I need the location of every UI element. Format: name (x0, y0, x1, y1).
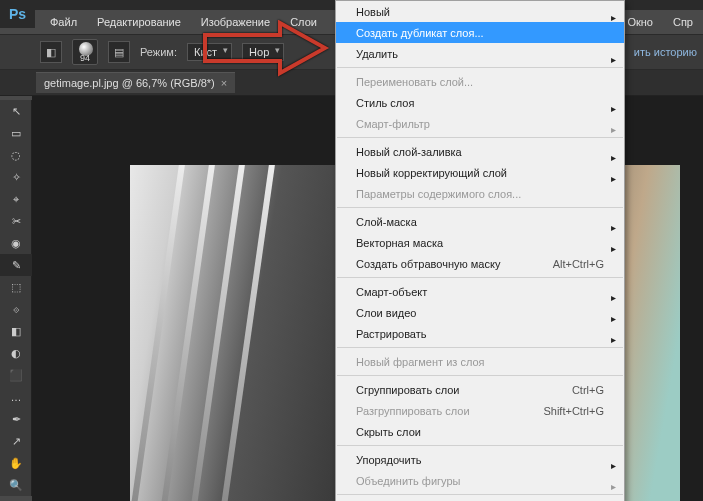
brush-tool[interactable]: ✎ (0, 254, 32, 276)
menu-item-label: Новый фрагмент из слоя (356, 356, 485, 368)
menu-item[interactable]: Скрыть слои (336, 421, 624, 442)
menu-separator (337, 375, 623, 376)
menu-item-label: Создать обтравочную маску (356, 258, 500, 270)
menu-item[interactable]: Удалить (336, 43, 624, 64)
mode-label: Режим: (140, 46, 177, 58)
menu-item[interactable]: Создать дубликат слоя... (336, 22, 624, 43)
menu-edit[interactable]: Редактирование (87, 16, 191, 28)
menu-separator (337, 347, 623, 348)
menu-item-label: Новый слой-заливка (356, 146, 462, 158)
pen-tool[interactable]: ✒ (0, 408, 32, 430)
brush-size-value: 94 (73, 53, 97, 63)
menu-item: Параметры содержимого слоя... (336, 183, 624, 204)
menu-item: Объединить фигуры (336, 470, 624, 491)
menu-item[interactable]: Векторная маска (336, 232, 624, 253)
eyedropper-tool[interactable]: ✂ (0, 210, 32, 232)
menu-item: Переименовать слой... (336, 71, 624, 92)
stamp-tool[interactable]: ⬚ (0, 276, 32, 298)
menu-item-label: Параметры содержимого слоя... (356, 188, 521, 200)
menu-item[interactable]: Новый слой-заливка (336, 141, 624, 162)
eraser-tool[interactable]: ◧ (0, 320, 32, 342)
heal-tool[interactable]: ◉ (0, 232, 32, 254)
menu-item[interactable]: Слои видео (336, 302, 624, 323)
menu-item-label: Слои видео (356, 307, 416, 319)
menu-item[interactable]: Новый (336, 1, 624, 22)
menu-separator (337, 494, 623, 495)
menu-separator (337, 67, 623, 68)
layers-menu-dropdown: НовыйСоздать дубликат слоя...УдалитьПере… (335, 0, 625, 501)
menu-item[interactable]: Смарт-объект (336, 281, 624, 302)
menu-shortcut: Ctrl+G (572, 384, 604, 396)
menu-item: Разгруппировать слоиShift+Ctrl+G (336, 400, 624, 421)
lasso-tool[interactable]: ◌ (0, 144, 32, 166)
menu-item-label: Векторная маска (356, 237, 443, 249)
path-tool[interactable]: ↗ (0, 430, 32, 452)
menu-item[interactable]: Создать обтравочную маскуAlt+Ctrl+G (336, 253, 624, 274)
menu-item[interactable]: Новый корректирующий слой (336, 162, 624, 183)
zoom-tool[interactable]: 🔍 (0, 474, 32, 496)
menu-shortcut: Alt+Ctrl+G (553, 258, 604, 270)
menu-item-label: Объединить фигуры (356, 475, 460, 487)
menu-item: Смарт-фильтр (336, 113, 624, 134)
menu-separator (337, 445, 623, 446)
svg-marker-0 (205, 23, 325, 73)
hand-tool[interactable]: ✋ (0, 452, 32, 474)
menu-item[interactable]: Сгруппировать слоиCtrl+G (336, 379, 624, 400)
app-logo: Ps (0, 0, 35, 28)
menu-item-label: Создать дубликат слоя... (356, 27, 484, 39)
menu-item-label: Растрировать (356, 328, 427, 340)
menu-item-label: Сгруппировать слои (356, 384, 459, 396)
toolbox: ↖ ▭ ◌ ✧ ⌖ ✂ ◉ ✎ ⬚ ⟐ ◧ ◐ ⬛ … ✒ ↗ ✋ 🔍 (0, 100, 32, 496)
move-tool[interactable]: ↖ (0, 100, 32, 122)
crop-tool[interactable]: ⌖ (0, 188, 32, 210)
menu-item[interactable]: Растрировать (336, 323, 624, 344)
menu-item-label: Скрыть слои (356, 426, 421, 438)
menu-item-label: Смарт-объект (356, 286, 427, 298)
menu-separator (337, 207, 623, 208)
menu-item-label: Переименовать слой... (356, 76, 473, 88)
history-brush-tool[interactable]: ⟐ (0, 298, 32, 320)
marquee-tool[interactable]: ▭ (0, 122, 32, 144)
brush-panel-icon[interactable]: ▤ (108, 41, 130, 63)
menu-item[interactable]: Упорядочить (336, 449, 624, 470)
menu-item[interactable]: Стиль слоя (336, 92, 624, 113)
menu-item-label: Слой-маска (356, 216, 417, 228)
menu-item-label: Удалить (356, 48, 398, 60)
menu-separator (337, 277, 623, 278)
document-tab-title: getimage.pl.jpg @ 66,7% (RGB/8*) (44, 77, 215, 89)
blur-tool[interactable]: ⬛ (0, 364, 32, 386)
more-tool[interactable]: … (0, 386, 32, 408)
menu-item-label: Смарт-фильтр (356, 118, 430, 130)
menu-item-label: Новый корректирующий слой (356, 167, 507, 179)
history-link[interactable]: ить историю (634, 46, 697, 58)
gradient-tool[interactable]: ◐ (0, 342, 32, 364)
menu-item: Новый фрагмент из слоя (336, 351, 624, 372)
menu-item-label: Новый (356, 6, 390, 18)
menu-shortcut: Shift+Ctrl+G (543, 405, 604, 417)
tool-preset-icon[interactable]: ◧ (40, 41, 62, 63)
annotation-arrow (200, 20, 330, 82)
wand-tool[interactable]: ✧ (0, 166, 32, 188)
brush-preview[interactable]: 94 (72, 39, 98, 65)
menu-file[interactable]: Файл (40, 16, 87, 28)
menu-item-label: Разгруппировать слои (356, 405, 470, 417)
menu-help[interactable]: Спр (663, 16, 703, 28)
menu-item[interactable]: Слой-маска (336, 211, 624, 232)
menu-separator (337, 137, 623, 138)
menu-item-label: Стиль слоя (356, 97, 414, 109)
menu-item-label: Упорядочить (356, 454, 421, 466)
